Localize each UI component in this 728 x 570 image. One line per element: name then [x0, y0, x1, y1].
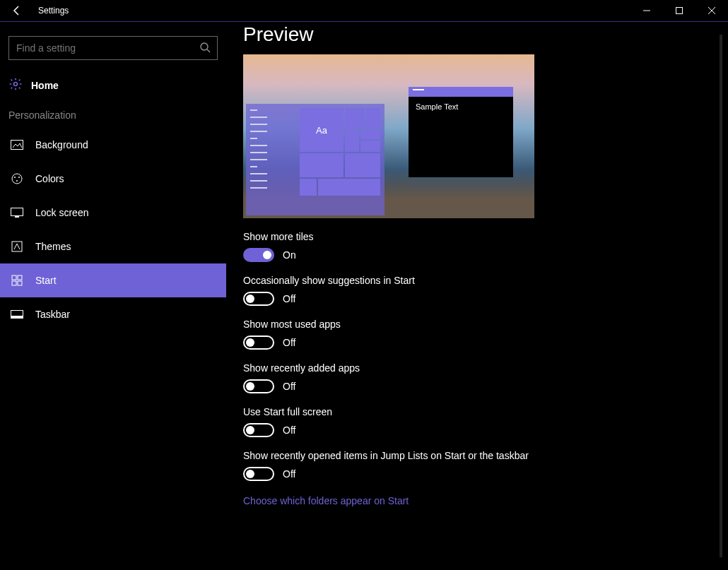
setting-more-tiles: Show more tilesOn [243, 231, 728, 262]
setting-suggestions: Occasionally show suggestions in StartOf… [243, 275, 728, 306]
svg-point-9 [14, 177, 16, 178]
svg-rect-20 [11, 316, 23, 319]
nav-label: Start [35, 275, 57, 286]
svg-point-4 [201, 43, 208, 50]
svg-point-6 [14, 83, 18, 86]
nav-label: Taskbar [35, 309, 70, 320]
sidebar-item-home[interactable]: Home [0, 70, 226, 105]
minimize-button[interactable] [630, 0, 663, 22]
setting-label: Use Start full screen [243, 406, 728, 417]
setting-label: Show more tiles [243, 231, 728, 242]
background-icon [8, 140, 25, 150]
setting-label: Occasionally show suggestions in Start [243, 275, 728, 286]
nav-label: Themes [35, 241, 71, 252]
toggle-state: On [283, 249, 296, 261]
svg-rect-12 [11, 208, 23, 216]
nav-label: Colors [35, 173, 64, 184]
sidebar: Home Personalization BackgroundColorsLoc… [0, 22, 226, 570]
svg-rect-17 [12, 281, 16, 285]
sidebar-item-taskbar[interactable]: Taskbar [0, 297, 226, 331]
themes-icon [8, 241, 25, 252]
search-input[interactable] [8, 36, 218, 60]
toggle-state: Off [283, 468, 295, 480]
svg-rect-1 [676, 8, 683, 14]
start-mock: Aa [246, 104, 384, 215]
toggle-suggestions[interactable] [243, 292, 274, 306]
svg-rect-16 [18, 275, 22, 280]
svg-point-8 [12, 174, 22, 184]
svg-rect-7 [11, 141, 23, 150]
toggle-state: Off [283, 381, 295, 392]
toggle-jump-lists[interactable] [243, 467, 274, 481]
group-header: Personalization [0, 105, 226, 128]
back-button[interactable] [10, 4, 24, 18]
colors-icon [8, 172, 25, 185]
svg-point-10 [18, 177, 20, 178]
svg-rect-15 [12, 275, 16, 280]
svg-rect-18 [18, 281, 22, 285]
setting-most-used: Show most used appsOff [243, 319, 728, 350]
setting-full-screen: Use Start full screenOff [243, 406, 728, 437]
scrollbar[interactable] [717, 22, 727, 570]
toggle-state: Off [283, 293, 295, 304]
search-box [8, 36, 218, 60]
window-title: Settings [38, 6, 69, 16]
toggle-full-screen[interactable] [243, 423, 274, 437]
start-icon [8, 275, 25, 286]
nav-label: Background [35, 139, 88, 150]
taskbar-icon [8, 310, 25, 319]
setting-label: Show recently opened items in Jump Lists… [243, 450, 728, 461]
sidebar-item-start[interactable]: Start [0, 263, 226, 297]
setting-jump-lists: Show recently opened items in Jump Lists… [243, 450, 728, 481]
title-bar: Settings [0, 0, 728, 22]
nav-label: Lock screen [35, 207, 88, 218]
close-button[interactable] [695, 0, 728, 22]
svg-rect-13 [15, 216, 19, 218]
toggle-state: Off [283, 337, 295, 348]
sidebar-item-colors[interactable]: Colors [0, 162, 226, 196]
setting-label: Show most used apps [243, 319, 728, 330]
choose-folders-link[interactable]: Choose which folders appear on Start [243, 495, 409, 506]
setting-label: Show recently added apps [243, 362, 728, 374]
sidebar-item-lockscreen[interactable]: Lock screen [0, 196, 226, 230]
sidebar-item-themes[interactable]: Themes [0, 230, 226, 263]
search-icon [199, 42, 211, 56]
maximize-button[interactable] [663, 0, 695, 22]
gear-icon [8, 77, 23, 94]
preview-tile-text: Aa [300, 108, 344, 152]
page-title: Preview [243, 23, 728, 46]
start-preview: Aa Sample Text [243, 54, 534, 218]
main-content: Preview Aa Sample Text Show more tilesOn… [226, 22, 728, 570]
sidebar-item-background[interactable]: Background [0, 128, 226, 162]
svg-point-11 [16, 180, 18, 182]
window-mock: Sample Text [409, 87, 513, 177]
sample-text: Sample Text [409, 97, 513, 117]
toggle-recently-added[interactable] [243, 379, 274, 393]
toggle-most-used[interactable] [243, 336, 274, 350]
toggle-more-tiles[interactable] [243, 248, 274, 262]
home-label: Home [31, 80, 59, 91]
toggle-state: Off [283, 424, 295, 436]
lockscreen-icon [8, 208, 25, 218]
svg-line-5 [207, 49, 210, 52]
setting-recently-added: Show recently added appsOff [243, 362, 728, 393]
